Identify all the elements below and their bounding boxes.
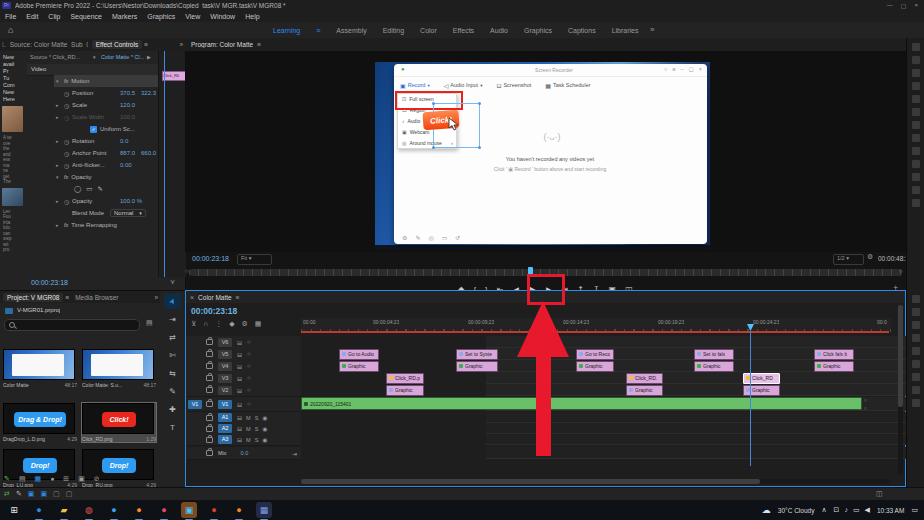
clip-graphic[interactable]: Graphic (456, 361, 498, 372)
tab-stub[interactable]: L (2, 41, 6, 48)
link-icon[interactable]: ◎ (428, 234, 433, 241)
clip-click-rd-[interactable]: Click_RD. (626, 373, 663, 384)
solo-button[interactable]: S (255, 426, 259, 432)
mix-value[interactable]: 0.0 (241, 450, 249, 456)
taskbar-app-icon[interactable]: ● (231, 502, 247, 518)
hand-tool[interactable]: ✚ (164, 402, 181, 417)
mute-button[interactable]: M (246, 437, 251, 443)
clip-go-to-reco[interactable]: Go to Reco (576, 349, 614, 360)
list-view-icon[interactable]: ▤ (19, 475, 26, 483)
minimize-icon[interactable]: – (681, 66, 684, 72)
rect-mask-icon[interactable]: ▭ (86, 185, 92, 193)
sync-lock-icon[interactable]: ⊟ (237, 351, 242, 358)
param-value[interactable]: 100.0 % (120, 198, 142, 204)
dock-panel-icon[interactable] (912, 308, 920, 316)
weather-icon[interactable]: ☁ (762, 505, 771, 515)
timeline-settings-icon[interactable]: ⚙ (242, 320, 248, 328)
solo-button[interactable]: S (255, 415, 259, 421)
panel-overflow-icon[interactable]: » (179, 41, 183, 48)
twirl-icon[interactable]: ▾ (56, 78, 64, 84)
edit-icon[interactable]: ✎ (4, 475, 10, 483)
list-view-icon[interactable]: ▤ (146, 319, 153, 327)
track-output-toggle[interactable]: ○ (247, 363, 251, 369)
clip-20220920_115401[interactable]: 20220920_115401 (301, 397, 862, 410)
ec-play-icon[interactable]: ▶ (147, 54, 151, 60)
tab-sequence[interactable]: Color Matte (198, 294, 232, 301)
menu-clip[interactable]: Clip (48, 13, 60, 20)
taskbar-folder-icon[interactable]: ▰ (56, 502, 72, 518)
home-icon[interactable]: ⌂ (8, 25, 13, 35)
timeline-timecode[interactable]: 00:00:23:18 (191, 306, 237, 316)
stopwatch-icon[interactable]: ◷ (64, 114, 72, 121)
menu-help[interactable]: Help (245, 13, 259, 20)
selection-tool[interactable]: ➤ (164, 294, 181, 309)
tab-source-monitor[interactable]: Source: Color Matte_Sub_02 (10, 41, 88, 48)
blend-mode-select[interactable]: Normal▾ (110, 209, 146, 217)
workspace-menu-icon[interactable]: ≡ (316, 27, 320, 34)
project-item-dragdrop-l-d-png[interactable]: Drag & Drop!DragDrop_L.D.png4:29 (3, 403, 77, 442)
track-name-badge[interactable]: V3 (218, 374, 232, 383)
panel-menu-icon[interactable]: ≡ (257, 41, 261, 48)
mute-button[interactable]: M (246, 415, 251, 421)
audio-input-button[interactable]: ◁Audio Input▾ (444, 82, 483, 89)
workspace-tab-graphics[interactable]: Graphics (524, 27, 552, 34)
sync-lock-icon[interactable]: ⊟ (237, 414, 242, 421)
effect-name[interactable]: Opacity (71, 174, 91, 180)
close-icon[interactable]: × (699, 66, 702, 72)
status-icon[interactable]: ✎ (16, 490, 22, 498)
folder-icon[interactable]: ▭ (442, 234, 448, 241)
dock-panel-icon[interactable] (912, 199, 920, 207)
menu-edit[interactable]: Edit (26, 13, 38, 20)
status-icon[interactable]: ▣ (40, 490, 47, 498)
track-lane-mix[interactable] (486, 447, 924, 459)
track-output-toggle[interactable]: ○ (247, 375, 251, 381)
track-name-badge[interactable]: V5 (218, 350, 232, 359)
menu-sequence[interactable]: Sequence (70, 13, 102, 20)
solo-button[interactable]: S (255, 437, 259, 443)
clip-graphic[interactable]: Graphic (743, 385, 780, 396)
pen-mask-icon[interactable]: ✎ (97, 185, 102, 193)
twirl-icon[interactable]: ▸ (56, 114, 64, 120)
sync-lock-icon[interactable]: ⊟ (237, 425, 242, 432)
clip-graphic[interactable]: Graphic (339, 361, 379, 372)
clip-go-to-audio[interactable]: Go to Audio (339, 349, 379, 360)
dock-panel-icon[interactable] (912, 399, 920, 407)
param-value[interactable]: 120.0 (120, 102, 135, 108)
dock-panel-icon[interactable] (912, 360, 920, 368)
track-name-badge[interactable]: A3 (218, 435, 232, 444)
tab-project[interactable]: Project: V MGR08 (3, 293, 63, 302)
ec-target-select[interactable]: Color Matte * Cl... (101, 54, 144, 60)
stopwatch-icon[interactable]: ◷ (64, 138, 72, 145)
dock-panel-icon[interactable] (912, 82, 920, 90)
param-value[interactable]: 660.0 (141, 150, 156, 156)
tab-media-browser[interactable]: Media Browser (75, 294, 118, 301)
taskbar-app-icon[interactable]: ◍ (81, 502, 97, 518)
workspace-tab-assembly[interactable]: Assembly (336, 27, 366, 34)
dock-panel-icon[interactable] (912, 147, 920, 155)
track-lock-icon[interactable] (206, 401, 213, 407)
status-icon[interactable]: ▢ (53, 490, 60, 498)
dock-panel-icon[interactable] (912, 108, 920, 116)
track-output-toggle[interactable]: ○ (247, 387, 251, 393)
clip-graphic[interactable]: Graphic (814, 361, 854, 372)
display-icon[interactable]: ⊡ (834, 506, 840, 514)
workspace-tab-editing[interactable]: Editing (383, 27, 404, 34)
tab-close-icon[interactable]: × (190, 294, 194, 301)
sync-lock-icon[interactable]: ⊟ (237, 387, 242, 394)
dock-panel-icon[interactable] (912, 386, 920, 394)
project-item-click-rd-png[interactable]: Click!Click_RD.png1:29 (82, 403, 156, 442)
captions-icon[interactable]: ▦ (255, 320, 262, 328)
track-lock-icon[interactable] (206, 351, 213, 357)
dock-panel-icon[interactable] (912, 321, 920, 329)
status-right-icon[interactable]: ◫ (876, 490, 883, 498)
track-lock-icon[interactable] (206, 387, 213, 393)
mic-record-icon[interactable]: ◉ (262, 414, 267, 421)
timeline-ruler[interactable]: 00:0000:00:04:2300:00:09:2300:00:14:2300… (301, 318, 891, 332)
panel-overflow-icon[interactable]: » (154, 294, 158, 301)
dock-panel-icon[interactable] (912, 69, 920, 77)
clip-set-to-fals[interactable]: Set to fals (694, 349, 734, 360)
stopwatch-icon[interactable]: ◷ (64, 150, 72, 157)
menu-markers[interactable]: Markers (112, 13, 137, 20)
notification-icon[interactable]: ▭ (911, 506, 918, 514)
menu-file[interactable]: File (5, 13, 16, 20)
